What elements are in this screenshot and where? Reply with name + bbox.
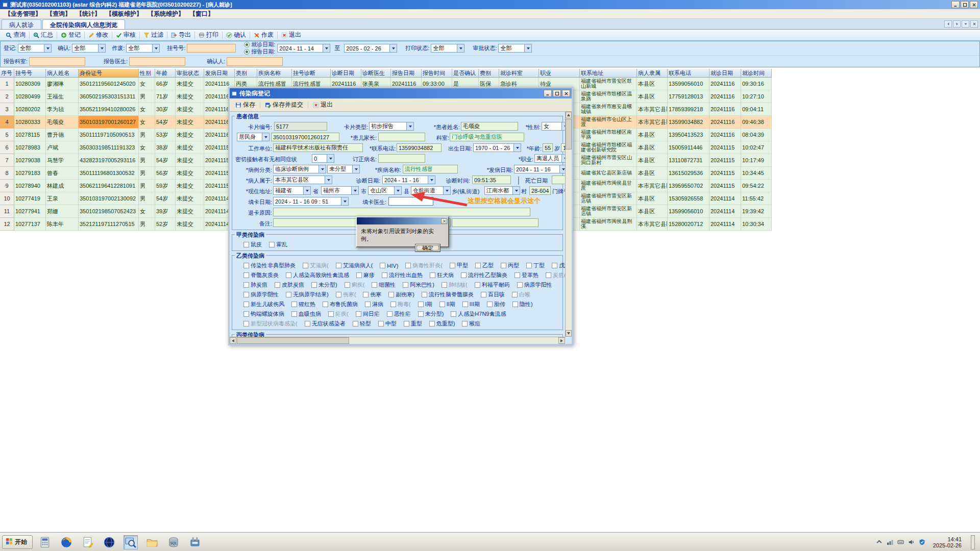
disease-checkbox[interactable]: 间日疟 (356, 310, 380, 318)
house-no-input[interactable]: 28-604 (529, 186, 551, 195)
toolbar-button-exit[interactable]: 退出 (278, 30, 305, 40)
disease-checkbox[interactable]: 未分型) (311, 281, 337, 289)
tab-active[interactable]: 全院传染病病人信息浏览 (42, 19, 125, 29)
scroll-down-button[interactable] (566, 330, 572, 337)
disease-checkbox[interactable]: 中型 (378, 320, 397, 328)
disease-checkbox[interactable]: 丁型 (526, 262, 545, 269)
column-header[interactable]: 挂号号 (14, 69, 46, 78)
disease-checkbox[interactable]: 伤寒 (363, 291, 381, 298)
birth-date-select[interactable]: 1970 - 01 - 26 (473, 143, 521, 152)
disease-checkbox[interactable]: 利福平耐药 (475, 281, 510, 289)
diagnosis-date-select[interactable]: 2024 - 11 - 16 (382, 176, 435, 184)
tab-inactive[interactable]: 病人就诊 (2, 19, 41, 29)
report-doctor-input[interactable] (129, 57, 185, 66)
phone-input[interactable]: 13599034882 (397, 143, 442, 152)
city-select[interactable]: 福州市 (321, 186, 359, 195)
disease-checkbox[interactable]: 病原学阳性 (517, 281, 552, 289)
id-number-input[interactable]: 350103197001260127 (271, 133, 339, 141)
disease-checkbox[interactable]: 人感染H7N9禽流感 (451, 310, 506, 318)
disease-checkbox[interactable]: 病原学阴性 (243, 291, 279, 298)
disease-checkbox[interactable]: 狂犬病 (430, 271, 454, 279)
disease-checkbox[interactable]: 副伤寒) (388, 291, 414, 298)
regno-input[interactable] (187, 44, 236, 53)
disease-checkbox[interactable]: 未分型) (418, 310, 444, 318)
minimize-button[interactable] (951, 1, 960, 8)
diagnosis-time-field[interactable]: 09:51:35 (472, 176, 511, 184)
column-header[interactable]: 联系电话 (668, 69, 709, 78)
disease-checkbox[interactable]: 布鲁氏菌病 (323, 300, 358, 308)
disease-checkbox[interactable]: 无症状感染者 (305, 320, 346, 328)
onset-date-select[interactable]: 2024 - 11 - 16 (514, 165, 565, 173)
toolbar-button-edit[interactable]: 修改 (85, 30, 112, 40)
sql-tool-icon[interactable]: SQL (166, 535, 181, 549)
patient-belong-select[interactable]: 本市其它县区 (273, 176, 332, 184)
disease-checkbox[interactable]: 白喉 (512, 291, 530, 298)
column-header[interactable]: 性别 (139, 69, 155, 78)
column-header[interactable]: 报告时间 (422, 69, 452, 78)
menu-item[interactable]: 【查询】 (44, 10, 74, 18)
trayup-icon[interactable] (875, 538, 883, 546)
column-header[interactable]: 诊断日期 (331, 69, 361, 78)
remark-input-2[interactable] (452, 218, 538, 227)
scroll-thumb[interactable] (566, 119, 572, 149)
tab-list-button[interactable] (962, 20, 969, 28)
disease-checkbox[interactable]: 钩端螺旋体病 (243, 310, 284, 318)
age-years-input[interactable]: 55 (543, 143, 553, 152)
disease-checkbox[interactable]: HIV) (380, 263, 398, 269)
save-button[interactable]: 保存 (232, 99, 259, 110)
disease-checkbox[interactable]: 淋病 (365, 300, 383, 308)
scroll-thumb[interactable] (237, 337, 349, 344)
disease-checkbox[interactable]: 新生儿破伤风 (243, 300, 284, 308)
disease-checkbox[interactable]: 新型冠状病毒感染( (243, 320, 298, 328)
traynet-icon[interactable] (886, 538, 894, 546)
report-dept-input[interactable] (29, 57, 85, 66)
maximize-button[interactable] (961, 1, 969, 8)
disease-checkbox[interactable]: 登革热 (514, 271, 538, 279)
disease-checkbox[interactable]: 百日咳 (481, 291, 505, 298)
disease-checkbox[interactable]: 恶性疟 (387, 310, 411, 318)
province-select[interactable]: 福建省 (273, 186, 311, 195)
confirmer-input[interactable] (227, 57, 283, 66)
column-header[interactable]: 挂号诊断 (292, 69, 331, 78)
plugin-tool-icon[interactable] (188, 535, 202, 549)
column-header[interactable]: 是否确认 (452, 69, 479, 78)
dialog-exit-button[interactable]: 退出 (309, 99, 336, 110)
patient-name-input[interactable]: 毛颂夌 (461, 122, 518, 131)
disease-checkbox[interactable]: 胎传 (487, 300, 505, 308)
column-header[interactable]: 身份证号 (79, 69, 139, 78)
id-type-select[interactable]: 居民身 (237, 133, 270, 141)
refund-reason-input[interactable] (273, 208, 530, 216)
menu-item[interactable]: 【窗口】 (187, 10, 216, 18)
toolbar-button-audit[interactable]: 审核 (112, 30, 139, 40)
disease-checkbox[interactable]: 危重型) (429, 320, 455, 328)
village-select[interactable]: 江南水都 (484, 186, 520, 195)
disease-checkbox[interactable]: I期 (418, 300, 432, 308)
disease-checkbox[interactable]: 轻型 (353, 320, 371, 328)
disease-checkbox[interactable]: 戊型 (552, 262, 565, 269)
disease-checkbox[interactable]: 人感染高致病性禽流感 (286, 271, 349, 279)
trayshield-icon[interactable] (918, 538, 926, 546)
toolbar-button-voidic[interactable]: 作废 (250, 30, 277, 40)
menu-item[interactable]: 【统计】 (74, 10, 103, 18)
disease-checkbox[interactable]: 细菌性 (372, 281, 396, 289)
disease-checkbox[interactable]: 伤寒( (336, 291, 356, 298)
toolbar-button-register[interactable]: 登记 (57, 30, 84, 40)
column-header[interactable]: 病人隶属 (637, 69, 668, 78)
revised-disease-input[interactable] (378, 154, 425, 163)
column-header[interactable]: 疾病名称 (257, 69, 292, 78)
toolbar-button-expt[interactable]: 导出 (167, 30, 194, 40)
menu-item[interactable]: 【业务管理】 (2, 10, 44, 18)
work-unit-input[interactable]: 福建科学技术出版社有限责任 (273, 143, 363, 152)
disease-checkbox[interactable]: 病毒性肝炎( (405, 262, 443, 269)
dialog-titlebar[interactable]: 传染病登记 (230, 88, 572, 98)
age-months-input[interactable]: 1 (561, 143, 565, 152)
column-header[interactable]: 费别 (479, 69, 499, 78)
web-browser-icon[interactable] (59, 535, 74, 549)
disease-checkbox[interactable]: III期 (462, 300, 480, 308)
dialog-minimize-button[interactable] (544, 90, 552, 97)
toolbar-button-filter[interactable]: 过滤 (140, 30, 167, 40)
disease-checkbox[interactable]: 流行性出血热 (382, 271, 423, 279)
tab-scroll-right-button[interactable] (953, 20, 961, 28)
disease-checkbox[interactable]: 痢疾( (345, 281, 365, 289)
disease-checkbox[interactable]: 无病原学结果) (286, 291, 329, 298)
